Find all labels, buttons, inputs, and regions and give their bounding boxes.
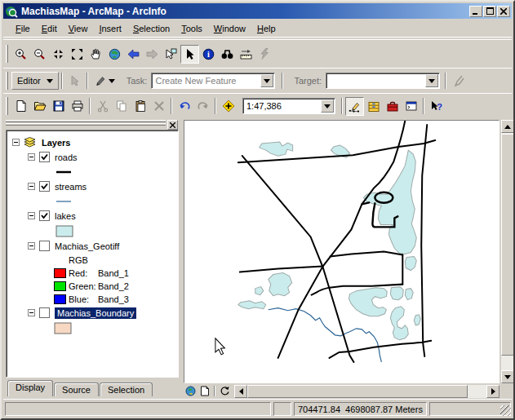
toolbar-gripper[interactable] [6, 97, 8, 115]
tree-item-streams[interactable]: streams [7, 179, 178, 193]
menu-help[interactable]: Help [251, 22, 282, 35]
new-map-button[interactable] [11, 97, 30, 116]
band-channel-label: Red: [69, 268, 98, 278]
edit-tool-button[interactable] [65, 72, 84, 91]
tree-item-machias-boundary[interactable]: Machias_Boundary [7, 306, 178, 320]
collapse-icon[interactable] [28, 309, 35, 316]
layout-view-button[interactable] [198, 385, 211, 397]
task-combobox[interactable]: Create New Feature [151, 73, 275, 89]
arctoolbox-button[interactable] [383, 97, 402, 116]
machias-boundary-visibility-checkbox[interactable] [39, 307, 50, 318]
roads-visibility-checkbox[interactable] [39, 152, 50, 162]
scroll-down-button[interactable] [501, 370, 514, 383]
command-window-button[interactable] [402, 97, 420, 116]
roads-symbol-row[interactable] [7, 165, 178, 179]
toolbar-gripper[interactable] [6, 72, 8, 90]
lakes-visibility-checkbox[interactable] [39, 210, 50, 221]
menu-view[interactable]: View [63, 22, 94, 35]
zoom-in-button[interactable] [11, 45, 30, 64]
tab-source[interactable]: Source [54, 382, 99, 396]
task-dropdown-button[interactable] [260, 74, 273, 87]
maximize-button[interactable] [483, 6, 496, 17]
menu-selection[interactable]: Selection [127, 22, 175, 35]
editor-toolbar-toggle-button[interactable] [345, 97, 364, 116]
tab-selection[interactable]: Selection [100, 382, 153, 396]
target-combobox[interactable] [326, 73, 440, 89]
streams-symbol-row[interactable] [7, 194, 178, 208]
scroll-right-button[interactable] [486, 385, 499, 398]
toc-close-button[interactable] [167, 120, 178, 130]
target-dropdown-button[interactable] [425, 74, 438, 87]
collapse-icon[interactable] [12, 139, 20, 146]
select-features-button[interactable] [162, 45, 180, 64]
print-button[interactable] [68, 97, 87, 116]
copy-button[interactable] [112, 97, 131, 116]
find-button[interactable] [218, 45, 237, 64]
band-row-red[interactable]: Red: Band_1 [7, 267, 178, 279]
menu-file[interactable]: File [10, 22, 36, 35]
undo-button[interactable] [175, 97, 193, 116]
band-row-blue[interactable]: Blue: Band_3 [7, 293, 178, 305]
pan-button[interactable] [87, 45, 105, 64]
menu-edit[interactable]: Edit [36, 22, 63, 35]
map-vertical-scrollbar[interactable] [501, 120, 514, 383]
fixed-zoom-out-button[interactable] [68, 45, 87, 64]
sketch-properties-button[interactable] [449, 72, 468, 91]
menu-window[interactable]: Window [208, 22, 251, 35]
go-back-button[interactable] [124, 45, 143, 64]
minimize-button[interactable] [469, 6, 482, 17]
data-view-button[interactable] [184, 385, 198, 397]
streams-visibility-checkbox[interactable] [39, 181, 50, 192]
scroll-up-button[interactable] [501, 120, 514, 133]
tree-item-machias-geotiff[interactable]: Machias_Geotiff [7, 239, 178, 253]
collapse-icon[interactable] [28, 183, 35, 190]
collapse-icon[interactable] [28, 153, 35, 161]
horizontal-scroll-track[interactable] [468, 385, 486, 398]
tree-item-roads[interactable]: roads [7, 150, 178, 164]
fixed-zoom-in-button[interactable] [49, 45, 68, 64]
horizontal-scroll-thumb[interactable] [247, 385, 468, 398]
toolbar-gripper[interactable] [6, 45, 8, 63]
collapse-icon[interactable] [28, 212, 35, 219]
add-data-button[interactable] [219, 97, 238, 116]
sketch-tool-button[interactable] [91, 72, 118, 91]
boundary-symbol-row[interactable] [7, 321, 178, 335]
lakes-symbol-row[interactable] [7, 223, 178, 238]
paste-button[interactable] [131, 97, 149, 116]
arccatalog-button[interactable] [364, 97, 383, 116]
map-canvas[interactable] [184, 120, 499, 383]
tab-display[interactable]: Display [7, 380, 53, 396]
save-button[interactable] [49, 97, 68, 116]
full-extent-button[interactable] [105, 45, 124, 64]
toc-gripper[interactable] [6, 120, 179, 127]
redo-button[interactable] [193, 97, 212, 116]
delete-button[interactable] [149, 97, 168, 116]
measure-button[interactable] [237, 45, 255, 64]
cut-button[interactable] [93, 97, 112, 116]
scale-combobox[interactable]: 1:47,386 [242, 98, 335, 114]
menu-insert[interactable]: Insert [93, 22, 127, 35]
refresh-view-button[interactable] [218, 385, 232, 397]
editor-menu-button[interactable]: Editor [11, 72, 59, 90]
full-extent-globe-icon [108, 47, 122, 61]
resize-grip[interactable] [500, 405, 511, 416]
whats-this-button[interactable]: ? [427, 97, 446, 116]
go-forward-button[interactable] [143, 45, 162, 64]
select-elements-button[interactable] [180, 45, 199, 64]
collapse-icon[interactable] [28, 242, 35, 250]
menu-tools[interactable]: Tools [175, 22, 208, 35]
tree-item-layers[interactable]: Layers [7, 135, 178, 149]
minimize-icon [473, 8, 479, 15]
scale-dropdown-button[interactable] [321, 99, 334, 113]
machias-geotiff-visibility-checkbox[interactable] [39, 241, 50, 251]
identify-button[interactable]: i [199, 45, 218, 64]
close-button[interactable] [497, 6, 510, 17]
title-bar[interactable]: MachiasMap - ArcMap - ArcInfo [3, 3, 512, 19]
open-map-button[interactable] [30, 97, 49, 116]
hyperlink-button[interactable] [255, 45, 274, 64]
zoom-out-button[interactable] [30, 45, 49, 64]
vertical-scroll-thumb[interactable] [501, 134, 514, 356]
tree-item-lakes[interactable]: lakes [7, 209, 178, 223]
band-row-green[interactable]: Green: Band_2 [7, 280, 178, 292]
scroll-left-button[interactable] [234, 385, 247, 398]
